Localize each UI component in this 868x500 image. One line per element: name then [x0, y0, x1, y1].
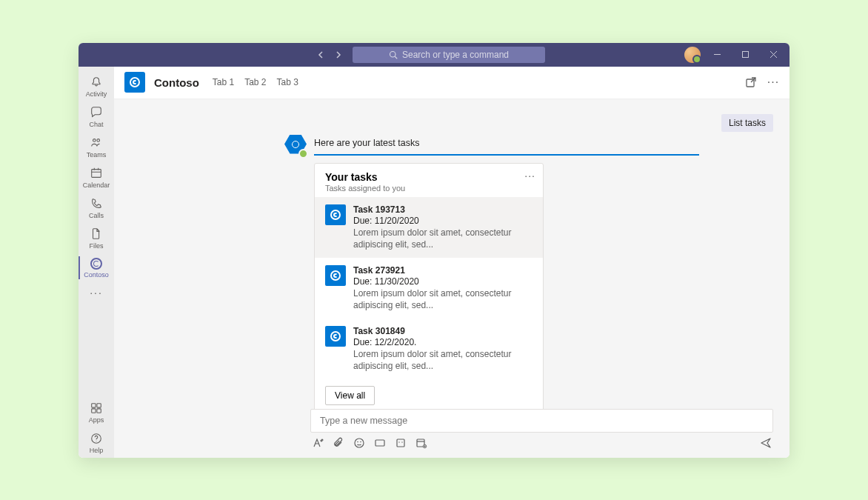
search-placeholder: Search or type a command [402, 50, 509, 60]
rail-help[interactable]: Help [79, 427, 114, 458]
tab-2[interactable]: Tab 2 [244, 77, 266, 87]
window-close-button[interactable] [761, 44, 785, 65]
rail-label: Contoso [84, 271, 109, 279]
titlebar: Search or type a command [79, 43, 789, 67]
rail-contoso[interactable]: Contoso [79, 253, 114, 282]
rail-teams[interactable]: Teams [79, 132, 114, 162]
app-tabs: Tab 1 Tab 2 Tab 3 [213, 77, 298, 87]
popout-icon [745, 76, 757, 88]
task-item[interactable]: Task 193713 Due: 11/20/2020 Lorem ipsum … [315, 197, 543, 258]
schedule-button[interactable] [415, 437, 427, 449]
search-icon [389, 50, 398, 59]
svg-rect-14 [92, 408, 96, 412]
compose-placeholder: Type a new message [320, 416, 407, 426]
people-icon [90, 136, 103, 150]
compose-input[interactable]: Type a new message [310, 409, 773, 433]
task-due: Due: 11/20/2020 [353, 216, 533, 226]
app-logo [124, 72, 145, 93]
emoji-icon [353, 437, 365, 449]
chat-canvas: List tasks Here are your latest tasks Yo… [114, 99, 789, 458]
rail-label: Chat [89, 121, 103, 128]
svg-point-23 [398, 441, 399, 442]
rail-label: Calendar [83, 181, 110, 189]
rail-activity[interactable]: Activity [79, 71, 114, 101]
svg-point-7 [97, 139, 100, 141]
help-icon [90, 432, 103, 445]
chat-icon [90, 106, 103, 119]
file-icon [90, 227, 103, 241]
rail-label: Teams [87, 151, 107, 159]
tasks-card: Your tasks Tasks assigned to you ··· Tas… [314, 163, 544, 415]
format-button[interactable] [312, 437, 324, 449]
rail-calls[interactable]: Calls [79, 193, 114, 223]
svg-rect-12 [92, 403, 96, 407]
task-name: Task 273921 [353, 265, 533, 276]
svg-rect-21 [375, 440, 384, 446]
task-desc: Lorem ipsum dolor sit amet, consectetur … [353, 287, 533, 311]
search-input[interactable]: Search or type a command [353, 47, 545, 63]
card-subtitle: Tasks assigned to you [325, 184, 533, 193]
window-maximize-button[interactable] [733, 44, 757, 65]
emoji-button[interactable] [353, 437, 365, 449]
rail-label: Activity [86, 90, 107, 98]
tab-1[interactable]: Tab 1 [213, 77, 234, 87]
rail-calendar[interactable]: Calendar [79, 162, 114, 193]
header-more-button[interactable]: ··· [767, 76, 779, 88]
rail-label: Calls [89, 212, 104, 219]
task-name: Task 193713 [353, 204, 533, 215]
user-message-echo: List tasks [721, 114, 773, 132]
svg-point-19 [357, 441, 358, 442]
svg-rect-13 [97, 403, 101, 407]
contoso-icon [90, 258, 102, 270]
send-button[interactable] [760, 437, 772, 449]
svg-point-24 [401, 441, 402, 442]
bell-icon [90, 76, 103, 89]
nav-forward-button[interactable] [330, 47, 347, 63]
sticker-icon [395, 437, 407, 449]
bot-avatar [284, 135, 307, 157]
phone-icon [90, 197, 103, 210]
composer: Type a new message [310, 409, 773, 449]
task-swirl-icon [325, 204, 346, 225]
card-title: Your tasks [325, 171, 533, 183]
send-icon [760, 436, 772, 450]
teams-window: Search or type a command Activity Chat T… [79, 43, 789, 458]
app-title: Contoso [154, 76, 199, 89]
gif-button[interactable] [374, 437, 386, 449]
rail-files[interactable]: Files [79, 223, 114, 253]
app-header: Contoso Tab 1 Tab 2 Tab 3 ··· [114, 67, 789, 99]
attach-button[interactable] [333, 437, 344, 449]
svg-point-0 [390, 51, 395, 57]
rail-more-button[interactable]: ··· [90, 282, 103, 303]
popout-button[interactable] [745, 76, 757, 88]
task-item[interactable]: Task 301849 Due: 12/2/2020. Lorem ipsum … [315, 319, 543, 379]
task-item[interactable]: Task 273921 Due: 11/30/2020 Lorem ipsum … [315, 258, 543, 319]
svg-rect-22 [397, 439, 404, 447]
rail-label: Apps [89, 416, 104, 424]
nav-back-button[interactable] [313, 47, 329, 63]
card-more-button[interactable]: ··· [524, 170, 535, 181]
window-minimize-button[interactable] [705, 44, 729, 65]
app-rail: Activity Chat Teams Calendar Calls Files [79, 67, 114, 458]
svg-line-1 [395, 56, 397, 59]
bot-message: Here are your latest tasks Your tasks Ta… [284, 135, 699, 415]
contoso-swirl-icon [130, 77, 140, 87]
apps-icon [90, 401, 103, 415]
view-all-button[interactable]: View all [325, 386, 375, 405]
task-due: Due: 11/30/2020 [353, 276, 533, 287]
svg-rect-15 [97, 408, 101, 412]
format-icon [312, 437, 324, 449]
sticker-button[interactable] [395, 437, 407, 449]
rail-label: Help [90, 447, 104, 454]
task-name: Task 301849 [353, 326, 533, 336]
bot-swirl-icon [292, 141, 299, 148]
svg-point-18 [355, 439, 364, 447]
rail-label: Files [89, 242, 103, 250]
user-avatar[interactable] [684, 47, 701, 63]
rail-apps[interactable]: Apps [79, 397, 114, 427]
tab-3[interactable]: Tab 3 [277, 77, 298, 87]
rail-chat[interactable]: Chat [79, 101, 114, 132]
task-swirl-icon [325, 265, 346, 286]
gif-icon [374, 437, 386, 449]
calendar-plus-icon [415, 437, 427, 449]
